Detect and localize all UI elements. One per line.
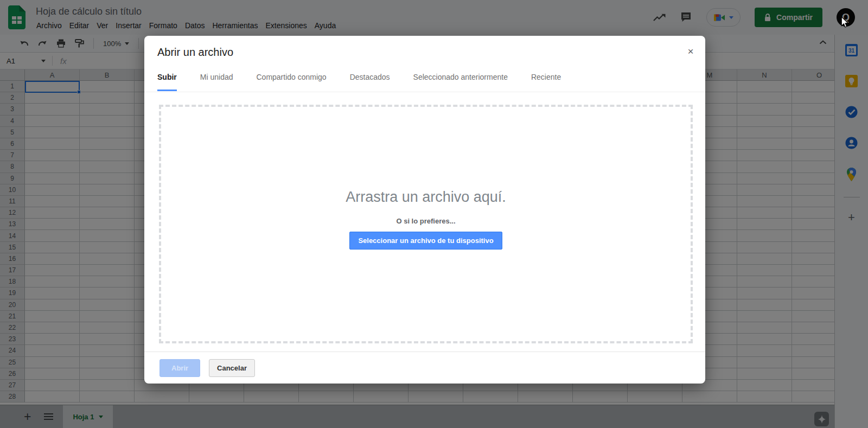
open-file-dialog: Abrir un archivo × Subir Mi unidad Compa… <box>144 36 705 384</box>
mouse-cursor <box>840 16 849 28</box>
close-icon[interactable]: × <box>684 44 698 59</box>
dialog-title: Abrir un archivo <box>157 46 233 59</box>
tabs-divider <box>144 92 705 92</box>
tab-destacados[interactable]: Destacados <box>350 73 390 91</box>
dialog-tabs: Subir Mi unidad Compartido conmigo Desta… <box>157 73 561 91</box>
open-button[interactable]: Abrir <box>159 359 200 377</box>
tab-subir[interactable]: Subir <box>157 73 177 91</box>
select-file-button[interactable]: Seleccionar un archivo de tu dispositivo <box>349 232 502 250</box>
tab-reciente[interactable]: Reciente <box>531 73 561 91</box>
file-dropzone[interactable]: Arrastra un archivo aquí. O si lo prefie… <box>159 105 693 343</box>
dialog-footer: Abrir Cancelar <box>144 352 705 384</box>
cancel-button[interactable]: Cancelar <box>209 359 255 377</box>
tab-seleccionado-anteriormente[interactable]: Seleccionado anteriormente <box>413 73 508 91</box>
tab-mi-unidad[interactable]: Mi unidad <box>200 73 233 91</box>
dropzone-subline: O si lo prefieres... <box>396 217 455 225</box>
tab-compartido-conmigo[interactable]: Compartido conmigo <box>256 73 326 91</box>
dropzone-headline: Arrastra un archivo aquí. <box>346 189 506 206</box>
